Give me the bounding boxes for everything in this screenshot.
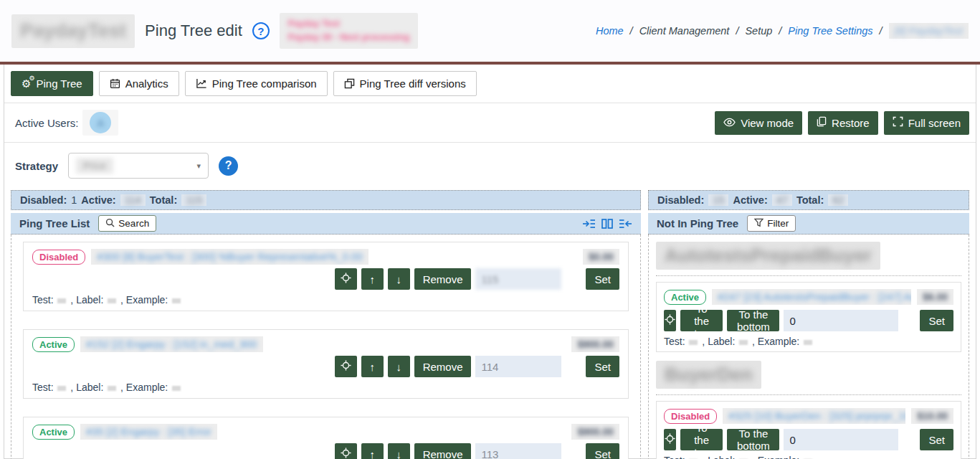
redacted-value [739, 340, 748, 345]
not-in-tree-card: Active#247 [23] AutotestsPrepaidBuyer : … [656, 282, 961, 352]
redacted-value [804, 340, 812, 345]
card-actions: To the top To the bottom Set [664, 310, 953, 331]
avatar[interactable]: A [90, 112, 111, 133]
to-the-top-button[interactable]: To the top [680, 429, 723, 450]
app-logo-text: PaydayTest [20, 20, 126, 42]
eye-icon [723, 117, 736, 129]
buyer-link[interactable]: #35 [2] Engarpy : [35] Error [80, 424, 217, 440]
target-button[interactable] [664, 310, 676, 331]
filter-icon [754, 218, 763, 230]
column-headers: Ping Tree List Search Not In Ping Tree F… [11, 213, 969, 235]
set-button[interactable]: Set [586, 356, 619, 377]
breadcrumb-setup: Setup [745, 25, 772, 37]
columns-view-icon[interactable] [601, 219, 613, 229]
set-button[interactable]: Set [920, 429, 953, 450]
breadcrumb-current-client[interactable]: [8] PaydayTest [889, 23, 969, 39]
diff-windows-icon [344, 78, 355, 89]
tab-ping-tree[interactable]: ⚙⚙ Ping Tree [11, 71, 93, 96]
tab-analytics[interactable]: Analytics [99, 71, 179, 96]
move-up-button[interactable]: ↑ [361, 268, 384, 290]
breadcrumb: Home / Client Management / Setup / Ping … [596, 23, 969, 39]
chevron-down-icon: ▾ [197, 161, 201, 171]
page-header: PaydayTest Ping Tree edit ? Payday Test … [0, 0, 980, 62]
target-button[interactable] [335, 443, 357, 459]
remove-button[interactable]: Remove [414, 356, 472, 377]
button-label: View mode [741, 117, 794, 129]
position-input[interactable] [475, 356, 561, 377]
stat-total-value: 62 [828, 194, 848, 206]
restore-button[interactable]: Restore [808, 111, 878, 135]
move-down-button[interactable]: ↓ [388, 443, 410, 459]
strategy-help-icon[interactable]: ? [219, 156, 238, 176]
to-the-bottom-button[interactable]: To the bottom [727, 310, 779, 331]
button-label: Restore [832, 117, 870, 129]
breadcrumb-separator: / [880, 25, 883, 37]
position-input[interactable] [784, 429, 898, 450]
move-up-button[interactable]: ↑ [361, 443, 384, 459]
group-separator [656, 275, 961, 276]
buyer-link[interactable]: #325 [10] BuyerDen : [325] prprprpr_10 [723, 408, 905, 424]
buyer-link[interactable]: #247 [23] AutotestsPrepaidBuyer : [247] … [712, 289, 911, 305]
not-in-tree-stats: Disabled: 15 Active: 47 Total: 62 [648, 190, 969, 210]
breadcrumb-separator: / [779, 25, 781, 37]
move-down-button[interactable]: ↓ [388, 268, 410, 290]
stat-total-label: Total: [796, 194, 824, 206]
tab-ping-tree-diff-versions[interactable]: Ping Tree diff versions [333, 71, 477, 96]
target-icon [665, 433, 675, 446]
ping-tree-card: Disabled#300 [8] BuyerTest : [300] %Buye… [23, 242, 629, 311]
status-badge: Active [32, 425, 75, 440]
redacted-value [689, 340, 698, 345]
stat-active-label: Active: [733, 194, 767, 206]
buyer-link[interactable]: #300 [8] BuyerTest : [300] %Buyer Repres… [91, 249, 368, 265]
list-expand-icon[interactable] [582, 219, 596, 229]
card-actions: To the top To the bottom Set [664, 429, 953, 450]
target-button[interactable] [664, 429, 676, 450]
position-input[interactable] [475, 268, 561, 290]
position-input[interactable] [784, 310, 898, 331]
move-down-button[interactable]: ↓ [388, 356, 410, 377]
help-icon[interactable]: ? [252, 22, 270, 39]
strategy-select[interactable]: Price ▾ [68, 153, 209, 179]
to-the-top-button[interactable]: To the top [680, 310, 723, 331]
target-button[interactable] [335, 268, 357, 290]
ping-tree-stats: Disabled: 1 Active: 114 Total: 115 [11, 190, 641, 210]
redacted-value [57, 386, 66, 391]
set-button[interactable]: Set [586, 268, 619, 290]
target-button[interactable] [335, 356, 357, 377]
view-toggle-icons [582, 219, 632, 229]
target-icon [665, 314, 675, 327]
stat-active-label: Active: [81, 194, 115, 206]
stat-total-label: Total: [150, 194, 177, 206]
card-price: $6.00 [917, 289, 953, 305]
move-up-button[interactable]: ↑ [361, 356, 384, 377]
set-button[interactable]: Set [586, 443, 619, 459]
search-icon [105, 218, 115, 230]
breadcrumb-client-management: Client Management [639, 25, 730, 37]
buyer-link[interactable]: #152 [2] Engarpy : [152] in_med_900 [80, 336, 263, 352]
to-the-bottom-button[interactable]: To the bottom [727, 429, 779, 450]
tab-ping-tree-comparison[interactable]: Ping Tree comparison [185, 71, 328, 96]
redacted-note-line: Payday Test [288, 17, 410, 31]
card-price: $900.00 [571, 424, 619, 440]
target-icon [341, 360, 351, 373]
set-button[interactable]: Set [920, 310, 953, 331]
list-collapse-icon[interactable] [619, 219, 632, 229]
search-button[interactable]: Search [98, 215, 156, 232]
position-input[interactable] [475, 443, 561, 459]
full-screen-button[interactable]: Full screen [884, 111, 969, 135]
remove-button[interactable]: Remove [414, 443, 472, 459]
breadcrumb-ping-tree-settings[interactable]: Ping Tree Settings [788, 25, 872, 37]
stats-row: Disabled: 1 Active: 114 Total: 115 Disab… [11, 190, 969, 210]
card-title-row: Disabled#300 [8] BuyerTest : [300] %Buye… [32, 249, 619, 265]
stat-disabled-label: Disabled: [20, 194, 67, 206]
remove-button[interactable]: Remove [414, 268, 472, 290]
filter-button[interactable]: Filter [747, 215, 796, 232]
view-mode-button[interactable]: View mode [715, 111, 802, 135]
strategy-label: Strategy [15, 160, 58, 172]
buyer-group: AutotestsPrepaidBuyer Active#247 [23] Au… [656, 240, 961, 352]
buyer-group-heading: BuyerDen [656, 361, 761, 389]
restore-icon [817, 116, 827, 129]
breadcrumb-home[interactable]: Home [596, 25, 624, 37]
ping-tree-card: Active#152 [2] Engarpy : [152] in_med_90… [23, 329, 629, 399]
redacted-value [172, 386, 181, 391]
